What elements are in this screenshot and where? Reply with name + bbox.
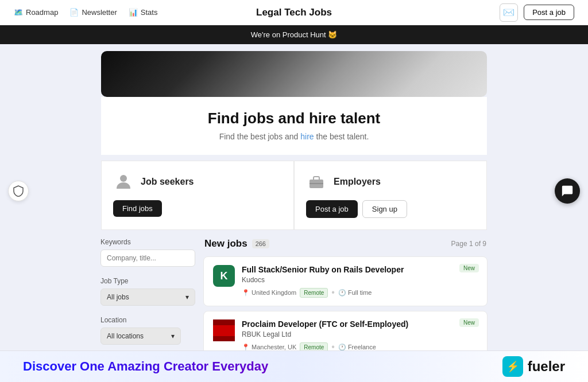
nav-left: 🗺️ Roadmap 📄 Newsletter 📊 Stats bbox=[14, 8, 157, 17]
job-card[interactable]: K Full Stack/Senior Ruby on Rails Develo… bbox=[203, 256, 488, 306]
jobs-header: New jobs 266 Page 1 of 9 bbox=[203, 238, 488, 250]
find-jobs-button[interactable]: Find jobs bbox=[113, 200, 162, 217]
clock-icon-1: 🕐 bbox=[338, 289, 346, 297]
keywords-input[interactable] bbox=[100, 250, 195, 267]
mail-icon: ✉️ bbox=[503, 7, 514, 18]
nav-newsletter[interactable]: 📄 Newsletter bbox=[69, 8, 117, 17]
hero-section: Find jobs and hire talent Find the best … bbox=[101, 97, 487, 155]
job-seekers-buttons: Find jobs bbox=[113, 200, 282, 217]
job-logo-rbuk bbox=[213, 319, 235, 341]
job-seekers-title: Job seekers bbox=[141, 177, 194, 187]
briefcase-icon bbox=[306, 171, 327, 192]
job-meta-1: 📍 United Kingdom Remote • 🕐 Full time bbox=[242, 287, 478, 298]
chat-icon-button[interactable] bbox=[555, 178, 580, 204]
keywords-label: Keywords bbox=[100, 238, 195, 246]
employers-buttons: Post a job Sign up bbox=[306, 200, 475, 218]
hero-image-inner bbox=[101, 51, 487, 97]
clock-icon-2: 🕐 bbox=[338, 344, 346, 351]
fueler-text: fueler bbox=[528, 358, 565, 375]
post-job-button-nav[interactable]: Post a job bbox=[524, 5, 574, 20]
main-content: Keywords Job Type All jobs ▾ Location Al… bbox=[0, 238, 588, 365]
employers-card: Employers Post a job Sign up bbox=[294, 161, 487, 230]
location-filter-group: Location All locations ▾ bbox=[100, 316, 195, 345]
dot-1: • bbox=[331, 287, 335, 298]
jobs-header-left: New jobs 266 bbox=[204, 238, 269, 250]
remote-tag-1: Remote bbox=[300, 288, 328, 298]
ad-banner: Discover One Amazing Creator Everyday ⚡ … bbox=[0, 350, 588, 382]
svg-point-0 bbox=[120, 175, 127, 182]
location-value: All locations bbox=[107, 332, 144, 340]
ad-logo: ⚡ fueler bbox=[502, 356, 565, 377]
location-label: Location bbox=[100, 316, 195, 324]
job-type-label: Job Type bbox=[100, 277, 195, 285]
job-info-1: Full Stack/Senior Ruby on Rails Develope… bbox=[242, 265, 478, 298]
job-title-2: Proclaim Developer (FTC or Self-Employed… bbox=[242, 319, 478, 329]
job-list-area: New jobs 266 Page 1 of 9 K Full Stack/Se… bbox=[203, 238, 488, 365]
job-info-2: Proclaim Developer (FTC or Self-Employed… bbox=[242, 319, 478, 352]
hire-link[interactable]: hire bbox=[300, 132, 314, 141]
chevron-down-icon: ▾ bbox=[185, 293, 189, 301]
employers-card-header: Employers bbox=[306, 171, 475, 192]
shield-icon-button[interactable] bbox=[8, 181, 29, 201]
product-hunt-banner: We're on Product Hunt 🐱 bbox=[0, 25, 588, 44]
stats-icon: 📊 bbox=[129, 8, 138, 17]
roadmap-icon: 🗺️ bbox=[14, 8, 23, 17]
fueler-icon: ⚡ bbox=[502, 356, 523, 377]
nav-stats-label: Stats bbox=[141, 8, 158, 17]
job-location-1: 📍 United Kingdom bbox=[242, 289, 296, 297]
fueler-bolt-icon: ⚡ bbox=[506, 360, 519, 373]
hero-subtitle-before: Find the best jobs and bbox=[219, 132, 301, 141]
job-company-2: RBUK Legal Ltd bbox=[242, 330, 478, 338]
chevron-down-icon-loc: ▾ bbox=[171, 332, 175, 340]
new-badge-2: New bbox=[459, 318, 479, 327]
hero-subtitle: Find the best jobs and hire the best tal… bbox=[118, 132, 470, 141]
location-select[interactable]: All locations ▾ bbox=[100, 328, 181, 345]
job-seekers-card-header: Job seekers bbox=[113, 171, 282, 192]
job-location-2: 📍 Manchester, UK bbox=[242, 344, 296, 351]
pin-icon-1: 📍 bbox=[242, 289, 250, 297]
job-title-1: Full Stack/Senior Ruby on Rails Develope… bbox=[242, 265, 478, 274]
hero-title: Find jobs and hire talent bbox=[118, 110, 470, 127]
nav-roadmap-label: Roadmap bbox=[26, 8, 58, 17]
employers-title: Employers bbox=[334, 177, 381, 187]
job-card-inner-2: Proclaim Developer (FTC or Self-Employed… bbox=[213, 319, 478, 352]
job-company-1: Kudocs bbox=[242, 276, 478, 284]
ad-text: Discover One Amazing Creator Everyday bbox=[23, 359, 268, 374]
filter-panel: Keywords Job Type All jobs ▾ Location Al… bbox=[100, 238, 195, 365]
new-badge-1: New bbox=[459, 264, 479, 272]
pin-icon-2: 📍 bbox=[242, 344, 250, 351]
job-type-tag-1: 🕐 Full time bbox=[338, 289, 372, 297]
job-type-value: All jobs bbox=[107, 293, 129, 301]
post-job-button-card[interactable]: Post a job bbox=[306, 200, 358, 218]
cards-row: Job seekers Find jobs Employers Post a j… bbox=[101, 161, 487, 230]
nav-stats[interactable]: 📊 Stats bbox=[129, 8, 158, 17]
hero-subtitle-after: the best talent. bbox=[314, 132, 369, 141]
job-logo-kudocs: K bbox=[213, 265, 235, 287]
job-seekers-card: Job seekers Find jobs bbox=[101, 161, 294, 230]
site-title: Legal Tech Jobs bbox=[256, 7, 332, 18]
nav-roadmap[interactable]: 🗺️ Roadmap bbox=[14, 8, 58, 17]
job-type-filter-group: Job Type All jobs ▾ bbox=[100, 277, 195, 306]
nav-right: ✉️ Post a job bbox=[500, 3, 574, 22]
navbar: 🗺️ Roadmap 📄 Newsletter 📊 Stats Legal Te… bbox=[0, 0, 588, 25]
jobs-count: 266 bbox=[252, 239, 269, 248]
job-type-select[interactable]: All jobs ▾ bbox=[100, 289, 195, 306]
banner-text: We're on Product Hunt 🐱 bbox=[251, 30, 337, 39]
job-type-tag-2: 🕐 Freelance bbox=[338, 344, 376, 351]
sign-up-button[interactable]: Sign up bbox=[362, 200, 407, 218]
person-icon bbox=[113, 171, 134, 192]
newsletter-icon: 📄 bbox=[69, 8, 79, 17]
jobs-title: New jobs bbox=[204, 238, 247, 250]
job-card-inner-1: K Full Stack/Senior Ruby on Rails Develo… bbox=[213, 265, 478, 298]
jobs-page: Page 1 of 9 bbox=[451, 240, 486, 248]
mail-icon-button[interactable]: ✉️ bbox=[500, 3, 518, 22]
keywords-filter-group: Keywords bbox=[100, 238, 195, 267]
hero-image bbox=[101, 51, 487, 97]
nav-newsletter-label: Newsletter bbox=[82, 8, 117, 17]
